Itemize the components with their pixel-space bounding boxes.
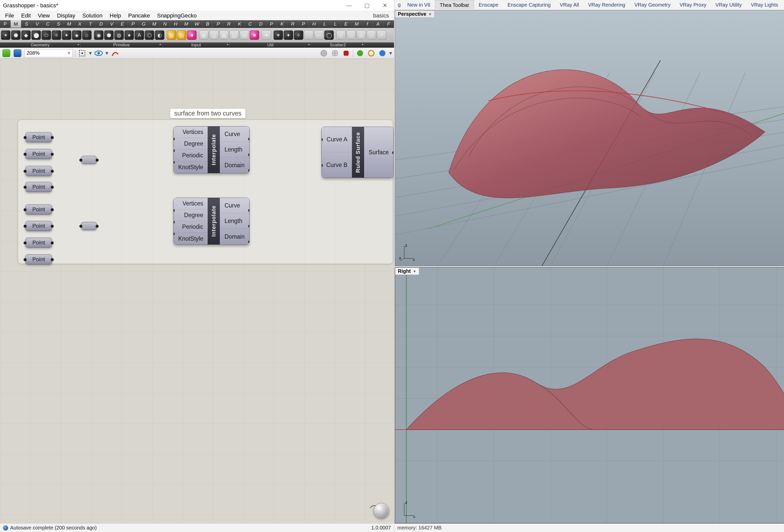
ribbon-tab[interactable]: R bbox=[224, 20, 234, 28]
open-button[interactable] bbox=[2, 49, 11, 58]
preview-wires-button[interactable] bbox=[367, 49, 375, 58]
point-param[interactable]: Point bbox=[25, 132, 52, 142]
ribbon-tab[interactable]: P bbox=[0, 20, 11, 28]
ribbon-tab[interactable]: M bbox=[64, 20, 75, 28]
ribbon-button[interactable]: ◆ bbox=[21, 30, 31, 40]
maximize-button[interactable]: ▢ bbox=[358, 0, 376, 11]
close-button[interactable]: ✕ bbox=[376, 0, 394, 11]
output-length[interactable]: Length bbox=[220, 142, 249, 157]
ruled-surface-component[interactable]: Curve A Curve B Ruled Surface Surface bbox=[321, 127, 394, 178]
input-knotstyle[interactable]: KnotStyle bbox=[174, 161, 208, 173]
ribbon-tab[interactable]: M bbox=[149, 20, 160, 28]
rhino-toolbar-tab[interactable]: New in V6 bbox=[403, 0, 435, 10]
ribbon-button[interactable]: ⬭ bbox=[41, 30, 51, 40]
menu-solution[interactable]: Solution bbox=[79, 11, 106, 20]
zoom-combo[interactable]: 208% bbox=[24, 49, 73, 57]
dropdown-arrow-icon[interactable]: ▾ bbox=[89, 50, 92, 57]
input-vertices[interactable]: Vertices bbox=[174, 198, 208, 209]
ribbon-tab[interactable]: M bbox=[11, 20, 21, 28]
ribbon-tab[interactable]: T bbox=[85, 20, 96, 28]
ribbon-tab[interactable]: V bbox=[32, 20, 43, 28]
input-curve-a[interactable]: Curve A bbox=[322, 127, 352, 152]
point-param[interactable]: Point bbox=[25, 221, 52, 231]
rhino-toolbar-tab[interactable]: VRay Proxy bbox=[675, 0, 711, 10]
point-param[interactable]: Point bbox=[25, 238, 52, 248]
viewport-perspective[interactable]: Perspective▼ bbox=[395, 10, 784, 266]
ribbon-button[interactable]: ✦ bbox=[284, 30, 293, 40]
rhino-toolbar-tab[interactable]: VRay Rendering bbox=[583, 0, 630, 10]
ribbon-button[interactable]: ▧ bbox=[229, 30, 239, 40]
input-knotstyle[interactable]: KnotStyle bbox=[174, 233, 208, 244]
shaded-preview-button[interactable] bbox=[319, 49, 328, 58]
ribbon-tab[interactable]: K bbox=[234, 20, 245, 28]
rhino-toolbar-tab[interactable]: VRay Utility bbox=[711, 0, 746, 10]
ribbon-tab[interactable]: P bbox=[298, 20, 309, 28]
input-periodic[interactable]: Periodic bbox=[174, 221, 208, 233]
ribbon-button[interactable]: ◯ bbox=[324, 30, 334, 40]
rhino-toolbar-tab[interactable]: Enscape bbox=[474, 0, 503, 10]
ribbon-group-label[interactable]: Input bbox=[163, 42, 230, 48]
ribbon-tab[interactable]: F bbox=[383, 20, 394, 28]
ribbon-button[interactable]: ■ bbox=[250, 30, 259, 40]
input-periodic[interactable]: Periodic bbox=[174, 150, 208, 161]
rhino-toolbar-tab[interactable]: Enscape Capturing bbox=[503, 0, 555, 10]
ribbon-group-label[interactable]: Geometry bbox=[0, 42, 81, 48]
menu-snappinggecko[interactable]: SnappingGecko bbox=[153, 11, 200, 20]
ribbon-button[interactable]: ■ bbox=[187, 30, 197, 40]
interpolate-component[interactable]: Vertices Degree Periodic KnotStyle Inter… bbox=[173, 198, 250, 245]
output-domain[interactable]: Domain bbox=[220, 157, 249, 173]
point-param[interactable]: Point bbox=[25, 182, 52, 192]
ribbon-button[interactable]: ⬡ bbox=[145, 30, 154, 40]
ribbon-button[interactable]: ▦ bbox=[219, 30, 229, 40]
menu-edit[interactable]: Edit bbox=[18, 11, 34, 20]
menu-help[interactable]: Help bbox=[106, 11, 124, 20]
ribbon-button[interactable]: ✦ bbox=[62, 30, 71, 40]
ribbon-button[interactable]: ✚ bbox=[262, 30, 271, 40]
save-button[interactable] bbox=[13, 49, 22, 58]
ribbon-button[interactable]: ⊟ bbox=[346, 30, 356, 40]
ribbon-button[interactable]: ⊠ bbox=[357, 30, 366, 40]
ribbon-tab[interactable]: f bbox=[362, 20, 373, 28]
input-degree[interactable]: Degree bbox=[174, 209, 208, 221]
ribbon-tab[interactable]: D bbox=[96, 20, 107, 28]
output-domain[interactable]: Domain bbox=[220, 229, 249, 244]
zoom-extents-button[interactable] bbox=[78, 49, 86, 58]
ribbon-tab[interactable]: P bbox=[266, 20, 277, 28]
ribbon-button[interactable]: ✶ bbox=[274, 30, 283, 40]
ribbon-tab[interactable]: L bbox=[330, 20, 341, 28]
point-param[interactable]: Point bbox=[25, 204, 52, 214]
dropdown-arrow-icon[interactable]: ▾ bbox=[106, 50, 108, 57]
ribbon-tab[interactable]: P bbox=[128, 20, 138, 28]
ribbon-tab[interactable]: E bbox=[117, 20, 128, 28]
ribbon-button[interactable]: ▤ bbox=[177, 30, 186, 40]
ribbon-tab[interactable]: C bbox=[43, 20, 53, 28]
ribbon-button[interactable]: ⬣ bbox=[11, 30, 21, 40]
output-curve[interactable]: Curve bbox=[220, 126, 249, 142]
ribbon-button[interactable]: ⬤ bbox=[31, 30, 41, 40]
preview-settings-button[interactable] bbox=[378, 49, 387, 58]
ribbon-tab[interactable]: M bbox=[181, 20, 192, 28]
dropdown-arrow-icon[interactable]: ▼ bbox=[413, 269, 416, 273]
rhino-toolbar-tab[interactable]: VRay All bbox=[555, 0, 584, 10]
input-vertices[interactable]: Vertices bbox=[174, 126, 208, 138]
ribbon-button[interactable]: ⊡ bbox=[367, 30, 376, 40]
ribbon-button[interactable]: ◍ bbox=[114, 30, 124, 40]
ribbon-group-label[interactable]: Util bbox=[230, 42, 311, 48]
ribbon-tab[interactable]: X bbox=[75, 20, 85, 28]
input-curve-b[interactable]: Curve B bbox=[322, 152, 352, 178]
output-curve[interactable]: Curve bbox=[220, 198, 249, 213]
canvas[interactable]: surface from two curves Point Point Poin… bbox=[0, 59, 394, 523]
group-label[interactable]: surface from two curves bbox=[170, 109, 246, 118]
rhino-toolbar-tab[interactable]: VRay Lights bbox=[746, 0, 783, 10]
ribbon-button[interactable]: ▣ bbox=[199, 30, 208, 40]
titlebar[interactable]: Grasshopper - basics* — ▢ ✕ bbox=[0, 0, 394, 11]
ribbon-button[interactable]: ⬢ bbox=[104, 30, 114, 40]
ribbon-tab[interactable]: L bbox=[319, 20, 330, 28]
menu-display[interactable]: Display bbox=[54, 11, 79, 20]
ribbon-button[interactable]: ▤ bbox=[240, 30, 249, 40]
ribbon-tab[interactable]: A bbox=[373, 20, 383, 28]
ribbon-group-label[interactable]: Primitive bbox=[81, 42, 163, 48]
point-param[interactable]: Point bbox=[25, 149, 52, 159]
ribbon-tab[interactable]: H bbox=[309, 20, 319, 28]
menu-view[interactable]: View bbox=[34, 11, 53, 20]
